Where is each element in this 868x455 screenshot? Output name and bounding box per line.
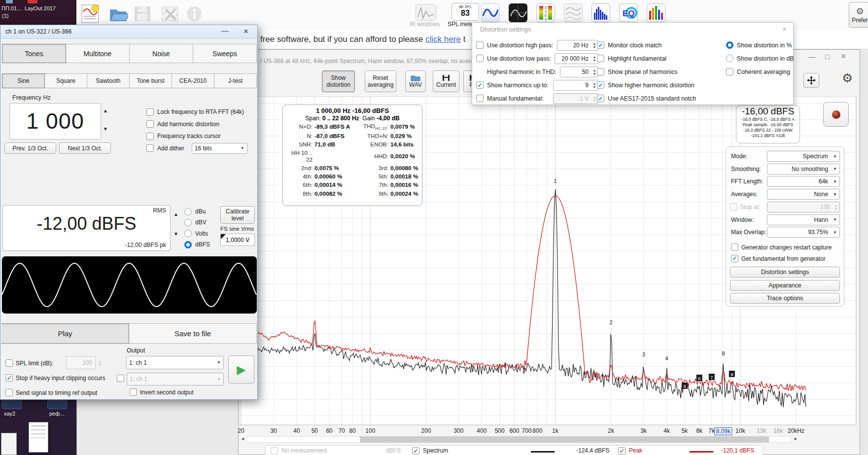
distortion-settings-button[interactable]: Distortion settings: [730, 267, 840, 278]
add-harmonic-distortion-checkbox[interactable]: ✓: [146, 120, 154, 128]
generator-play-button[interactable]: ▶: [228, 355, 254, 384]
trace-options-button[interactable]: Trace options: [730, 293, 840, 304]
show-distortion-button[interactable]: Show distortion: [322, 70, 355, 92]
generator-tab-tones[interactable]: Tones: [2, 44, 66, 63]
scrollbar-thumb[interactable]: [360, 436, 769, 443]
second-output-select[interactable]: 1: ch 1▼: [127, 373, 224, 385]
show-phase-of-harmonics-checkbox[interactable]: ✓: [597, 68, 604, 75]
generator-tab-sweeps[interactable]: Sweeps: [193, 44, 257, 63]
generator-changes-restart-capture-checkbox[interactable]: ✓: [731, 244, 738, 251]
document-thumbnail[interactable]: [1, 433, 17, 455]
averages-select[interactable]: None▼: [767, 189, 840, 200]
generator-subtab-sawtooth[interactable]: Sawtooth: [87, 73, 130, 88]
save-to-file-tab[interactable]: Save to file: [129, 323, 257, 344]
calibrate-level-button[interactable]: Calibrate level: [220, 206, 255, 224]
scroll-left-arrow[interactable]: ◄: [241, 436, 245, 441]
info-icon[interactable]: [185, 5, 203, 23]
rta-settings-gear-icon[interactable]: ⚙: [842, 71, 853, 85]
generator-close-button[interactable]: ×: [243, 27, 248, 36]
monitor-clock-match-checkbox[interactable]: ✓: [597, 41, 604, 49]
output-select[interactable]: 1: ch 1▼: [126, 356, 224, 369]
save-wav-button[interactable]: WAV: [405, 70, 426, 92]
unit-radio-dbv[interactable]: [184, 219, 192, 226]
second-output-checkbox[interactable]: ✓: [117, 375, 124, 382]
folder-icon[interactable]: [2, 400, 22, 409]
levels-icon[interactable]: 0369: [536, 3, 555, 22]
frequency-up-arrow[interactable]: ▲: [103, 108, 108, 113]
h-scrollbar[interactable]: ◄ ►: [240, 436, 801, 444]
use-distortion-high-pass-input[interactable]: 20 Hz▲▼: [557, 40, 598, 51]
folder-icon[interactable]: [47, 400, 67, 409]
get-fundamental-from-generator-checkbox[interactable]: ✓: [731, 255, 738, 262]
show-higher-harmonic-distortion-checkbox[interactable]: ✓: [597, 81, 604, 89]
max-overlap-select[interactable]: 93.75%▼: [767, 227, 840, 238]
prev-third-octave-button[interactable]: Prev. 1/3 Oct.: [4, 142, 56, 154]
highlight-fundamental-checkbox[interactable]: ✓: [597, 55, 604, 62]
unit-radio-volts[interactable]: [184, 230, 192, 237]
open-icon[interactable]: [108, 5, 128, 23]
stop-at-stepper[interactable]: ▲▼: [833, 202, 839, 212]
generator-minimize-button[interactable]: —: [221, 26, 229, 35]
stop-clipping-checkbox[interactable]: ✓: [5, 374, 13, 382]
tick-8-09k[interactable]: 8,09k: [715, 427, 732, 435]
delete-measurement-icon[interactable]: [161, 5, 179, 23]
send-timing-checkbox[interactable]: ✓: [5, 389, 13, 396]
peak-checkbox[interactable]: ✓: [618, 447, 625, 455]
frequency-tracks-cursor-checkbox[interactable]: ✓: [146, 133, 154, 140]
preferences-button[interactable]: ⚙ Prefer: [849, 2, 868, 28]
next-third-octave-button[interactable]: Next 1/3 Oct.: [59, 142, 111, 154]
spl-limit-checkbox[interactable]: ✓: [5, 359, 13, 367]
level-display[interactable]: RMS -12,00 dBFS -12,00 dBFS pk: [2, 205, 171, 251]
pan-arrows-icon[interactable]: [803, 73, 819, 88]
spl-limit-input[interactable]: 100: [66, 356, 96, 369]
document-thumbnail[interactable]: [29, 422, 48, 453]
stop-at-select[interactable]: 100▲▼: [767, 202, 840, 212]
stop-at-checkbox[interactable]: ✓: [730, 203, 737, 210]
dither-bits-select[interactable]: 16 bits▼: [192, 143, 247, 154]
eq-icon[interactable]: EQ: [619, 3, 638, 22]
use-distortion-low-pass-input[interactable]: 20 000 Hz▲▼: [555, 53, 598, 64]
appearance-button[interactable]: Appearance: [730, 280, 840, 291]
generator-tab-multitone[interactable]: Multitone: [66, 44, 130, 63]
rta-maximize-button[interactable]: □: [825, 52, 830, 61]
rta-icon[interactable]: [591, 3, 610, 22]
generator-subtab-tone-burst[interactable]: Tone burst: [130, 73, 172, 88]
spl-meter-icon[interactable]: dB SPL 83: [451, 3, 479, 21]
frequency-down-arrow[interactable]: ▼: [103, 126, 108, 132]
app-icon[interactable]: [6, 0, 13, 3]
level-down-arrow[interactable]: ▼: [174, 231, 178, 237]
spectrum-checkbox[interactable]: ✓: [412, 447, 419, 455]
smoothing-select[interactable]: No smoothing▼: [767, 164, 840, 175]
generator-subtab-cea-2010[interactable]: CEA-2010: [172, 73, 214, 88]
rta-minimize-button[interactable]: —: [808, 52, 816, 61]
mode-select[interactable]: Spectrum▼: [767, 151, 840, 162]
spl-limit-stepper[interactable]: ▲▼: [97, 358, 104, 368]
fs-sine-input[interactable]: 1,0000 V: [220, 234, 255, 246]
manual-fundamental-checkbox[interactable]: ✓: [476, 95, 484, 102]
unit-radio-dbfs[interactable]: [184, 241, 192, 248]
level-up-arrow[interactable]: ▲: [174, 211, 178, 217]
show-distortion-in-radio[interactable]: [726, 41, 733, 49]
save-current-button[interactable]: Current: [433, 70, 459, 92]
desktop-doc-label[interactable]: реф...: [49, 411, 64, 417]
use-distortion-high-pass-checkbox[interactable]: ✓: [476, 41, 484, 49]
generator-tab-noise[interactable]: Noise: [130, 44, 193, 63]
no-measurement-checkbox[interactable]: ✓: [271, 447, 278, 455]
ir-windows-icon[interactable]: [416, 4, 436, 21]
measure-icon[interactable]: [81, 4, 101, 24]
generator-subtab-sine[interactable]: Sine: [2, 73, 45, 88]
record-button[interactable]: [823, 102, 849, 127]
generator-subtab-j-test[interactable]: J-test: [214, 73, 257, 88]
oscilloscope-icon[interactable]: [509, 3, 527, 22]
highest-harmonic-in-thd-input[interactable]: 50▲▼: [560, 67, 598, 77]
coherent-averaging-checkbox[interactable]: ✓: [726, 68, 733, 75]
frequency-input[interactable]: 1 000: [9, 103, 101, 140]
overlays-icon[interactable]: [564, 3, 583, 22]
save-icon[interactable]: [133, 5, 152, 23]
rta-close-button[interactable]: ×: [841, 51, 846, 62]
scroll-right-arrow[interactable]: ►: [794, 436, 798, 441]
window-select[interactable]: Hann▼: [767, 214, 840, 225]
desktop-icon-layout-label[interactable]: LayOut 2017: [25, 5, 56, 11]
generator-titlebar[interactable]: ch 1 on US-322 / US-366 — ×: [0, 25, 257, 39]
reset-averaging-button[interactable]: Reset averaging: [365, 70, 396, 92]
